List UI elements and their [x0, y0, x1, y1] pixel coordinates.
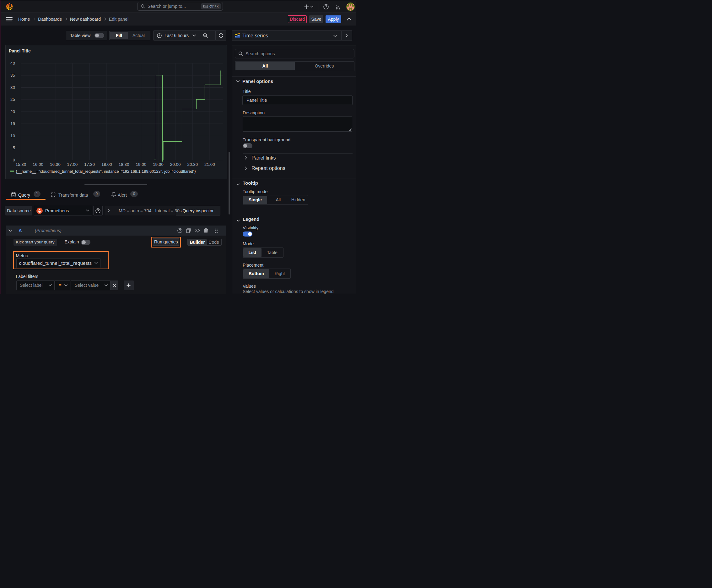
svg-text:{__name__="cloudflared_tunnel_: {__name__="cloudflared_tunnel_total_requ… [16, 169, 196, 174]
svg-text:17:30: 17:30 [84, 162, 95, 167]
svg-text:18:30: 18:30 [118, 162, 129, 167]
svg-text:15:30: 15:30 [16, 162, 26, 167]
svg-text:16:30: 16:30 [50, 162, 61, 167]
svg-text:21:00: 21:00 [204, 162, 215, 167]
svg-text:20:00: 20:00 [170, 162, 181, 167]
svg-text:20:30: 20:30 [187, 162, 198, 167]
svg-text:35: 35 [10, 73, 15, 78]
svg-text:19:30: 19:30 [153, 162, 164, 167]
svg-text:15: 15 [10, 121, 15, 126]
svg-text:40: 40 [10, 61, 15, 66]
svg-text:10: 10 [10, 133, 15, 138]
svg-text:16:00: 16:00 [33, 162, 43, 167]
svg-text:20: 20 [10, 109, 15, 114]
svg-text:25: 25 [10, 97, 15, 102]
svg-text:0: 0 [13, 158, 15, 162]
svg-text:17:00: 17:00 [67, 162, 78, 167]
svg-text:5: 5 [13, 145, 15, 150]
svg-text:18:00: 18:00 [102, 162, 112, 167]
svg-text:19:00: 19:00 [136, 162, 146, 167]
svg-text:30: 30 [10, 85, 15, 90]
